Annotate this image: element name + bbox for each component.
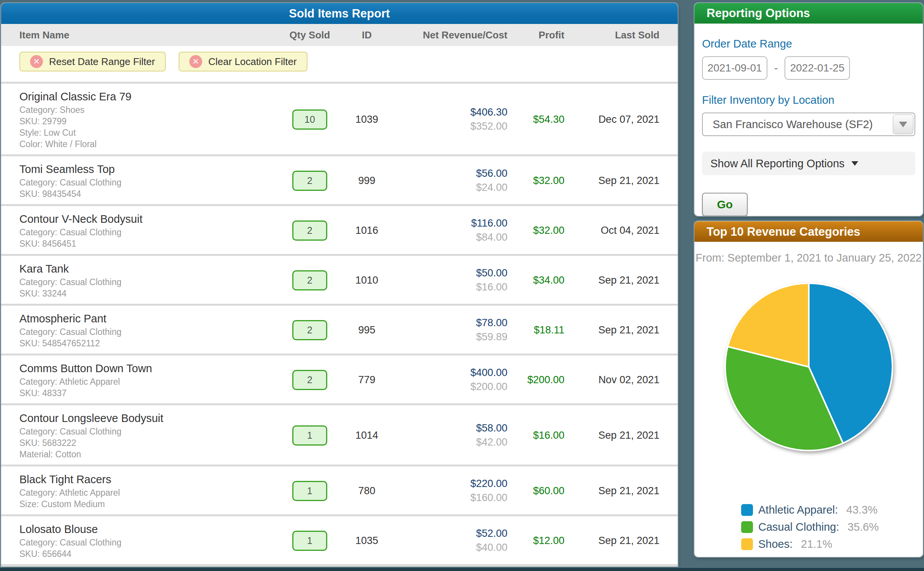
qty-sold-badge: 10 (292, 109, 327, 130)
date-from-input[interactable] (702, 56, 767, 80)
revenue-pie-chart (723, 281, 895, 453)
table-row: Kara Tank Category: Casual ClothingSKU: … (1, 256, 678, 306)
page-bottom-edge (0, 568, 924, 571)
profit: $32.00 (507, 225, 564, 236)
table-row: Original Classic Era 79 Category: ShoesS… (1, 84, 678, 156)
location-select[interactable]: San Francisco Warehouse (SF2) (702, 113, 915, 136)
item-detail: Style: Low Cut (19, 127, 283, 138)
legend-row: Shoes: 21.1% (741, 536, 923, 553)
qty-sold-badge: 1 (292, 481, 327, 501)
table-row: Black Tight Racers Category: Athletic Ap… (1, 466, 678, 516)
item-name: Contour Longsleeve Bodysuit (19, 411, 283, 426)
last-sold-date: Sep 21, 2021 (564, 535, 659, 547)
item-name: Kara Tank (19, 261, 283, 276)
net-revenue: $400.00 (397, 366, 507, 380)
clear-location-filter-button[interactable]: ✕ Clear Location Filter (179, 52, 307, 71)
table-row: Maple Dress Category: Casual ClothingSKU… (1, 566, 678, 566)
item-detail: Color: White / Floral (19, 138, 283, 150)
profit: $32.00 (507, 175, 564, 187)
last-sold-date: Sep 21, 2021 (564, 485, 659, 497)
net-revenue-cost-cell: $406.30 $352.00 (397, 105, 507, 133)
table-header-row: Item Name Qty Sold ID Net Revenue/Cost P… (1, 24, 678, 46)
net-cost: $59.89 (397, 330, 507, 344)
item-detail: Category: Casual Clothing (19, 276, 283, 288)
item-detail: Category: Casual Clothing (19, 537, 283, 548)
item-detail: Category: Casual Clothing (19, 426, 283, 437)
item-id: 999 (336, 175, 397, 187)
legend-category-label: Athletic Apparel: (758, 504, 838, 516)
location-select-dropdown-button[interactable] (893, 114, 913, 134)
item-id: 995 (336, 324, 397, 336)
item-name: Contour V-Neck Bodysuit (19, 211, 283, 227)
chevron-down-icon (899, 122, 907, 127)
chart-panel-header: Top 10 Revenue Categories (694, 221, 923, 242)
date-to-input[interactable] (785, 56, 850, 80)
last-sold-date: Dec 07, 2021 (564, 114, 659, 125)
qty-sold-badge: 2 (292, 320, 327, 340)
net-revenue-cost-cell: $220.00 $160.00 (397, 477, 507, 505)
last-sold-date: Sep 21, 2021 (564, 274, 659, 286)
table-row: Lolosato Blouse Category: Casual Clothin… (1, 516, 678, 566)
qty-sold-cell: 10 (283, 109, 336, 130)
item-name-cell: Atmospheric Pant Category: Casual Clothi… (19, 311, 283, 349)
legend-category-label: Casual Clothing: (758, 521, 839, 533)
item-detail: SKU: 29799 (19, 116, 283, 127)
legend-color-swatch (741, 504, 753, 516)
sold-items-report-panel: Sold Items Report Item Name Qty Sold ID … (1, 3, 678, 566)
net-revenue-cost-cell: $50.00 $16.00 (397, 266, 507, 294)
pie-chart-svg (723, 281, 895, 453)
item-detail: SKU: 8456451 (19, 238, 283, 249)
item-detail: SKU: 656644 (19, 548, 283, 560)
date-range-separator: - (774, 62, 778, 74)
column-header-profit: Profit (507, 29, 564, 41)
qty-sold-badge: 2 (292, 171, 327, 191)
remove-filter-icon: ✕ (30, 55, 43, 68)
net-revenue-cost-cell: $400.00 $200.00 (397, 366, 507, 394)
net-cost: $84.00 (397, 230, 507, 244)
show-all-reporting-options-button[interactable]: Show All Reporting Options (702, 152, 915, 175)
chart-date-range-subtitle: From: September 1, 2021 to January 25, 2… (694, 252, 923, 264)
net-revenue: $406.30 (397, 105, 507, 119)
item-detail: Category: Athletic Apparel (19, 376, 283, 387)
profit: $54.30 (507, 114, 564, 125)
net-cost: $352.00 (397, 119, 507, 133)
table-row: Contour Longsleeve Bodysuit Category: Ca… (1, 405, 678, 466)
net-revenue: $78.00 (397, 316, 507, 330)
item-name-cell: Black Tight Racers Category: Athletic Ap… (19, 472, 283, 510)
item-detail: SKU: 5683222 (19, 437, 283, 449)
item-name: Lolosato Blouse (19, 522, 283, 537)
qty-sold-cell: 2 (283, 370, 336, 390)
item-name-cell: Lolosato Blouse Category: Casual Clothin… (19, 522, 283, 560)
qty-sold-cell: 2 (283, 270, 336, 290)
qty-sold-badge: 1 (292, 531, 327, 551)
net-revenue: $50.00 (397, 266, 507, 280)
item-detail: Category: Athletic Apparel (19, 487, 283, 498)
last-sold-date: Oct 04, 2021 (564, 225, 659, 236)
item-detail: SKU: 48337 (19, 387, 283, 399)
column-header-last-sold: Last Sold (564, 29, 659, 41)
remove-filter-icon: ✕ (189, 55, 202, 68)
net-revenue-cost-cell: $78.00 $59.89 (397, 316, 507, 344)
table-row: Comms Button Down Town Category: Athleti… (1, 355, 678, 405)
item-name-cell: Comms Button Down Town Category: Athleti… (19, 361, 283, 399)
go-button[interactable]: Go (702, 193, 748, 216)
legend-row: Athletic Apparel: 43.3% (741, 501, 923, 519)
sold-items-list: Original Classic Era 79 Category: ShoesS… (1, 84, 678, 566)
legend-color-swatch (741, 538, 753, 550)
column-header-item-name: Item Name (19, 29, 283, 41)
item-name-cell: Contour Longsleeve Bodysuit Category: Ca… (19, 411, 283, 460)
reset-date-range-filter-button[interactable]: ✕ Reset Date Range Filter (19, 52, 166, 71)
legend-color-swatch (741, 521, 753, 533)
qty-sold-cell: 1 (283, 531, 336, 551)
top-revenue-categories-panel: Top 10 Revenue Categories From: Septembe… (694, 221, 923, 557)
profit: $18.11 (507, 324, 564, 336)
filter-bar: ✕ Reset Date Range Filter ✕ Clear Locati… (1, 46, 678, 84)
last-sold-date: Nov 02, 2021 (564, 374, 659, 386)
net-revenue-cost-cell: $58.00 $42.00 (397, 421, 507, 449)
table-row: Contour V-Neck Bodysuit Category: Casual… (1, 206, 678, 256)
qty-sold-cell: 2 (283, 171, 336, 191)
date-range-inputs: - (702, 56, 915, 80)
net-revenue: $58.00 (397, 421, 507, 435)
table-row: Tomi Seamless Top Category: Casual Cloth… (1, 156, 678, 206)
item-detail: SKU: 548547652112 (19, 338, 283, 349)
